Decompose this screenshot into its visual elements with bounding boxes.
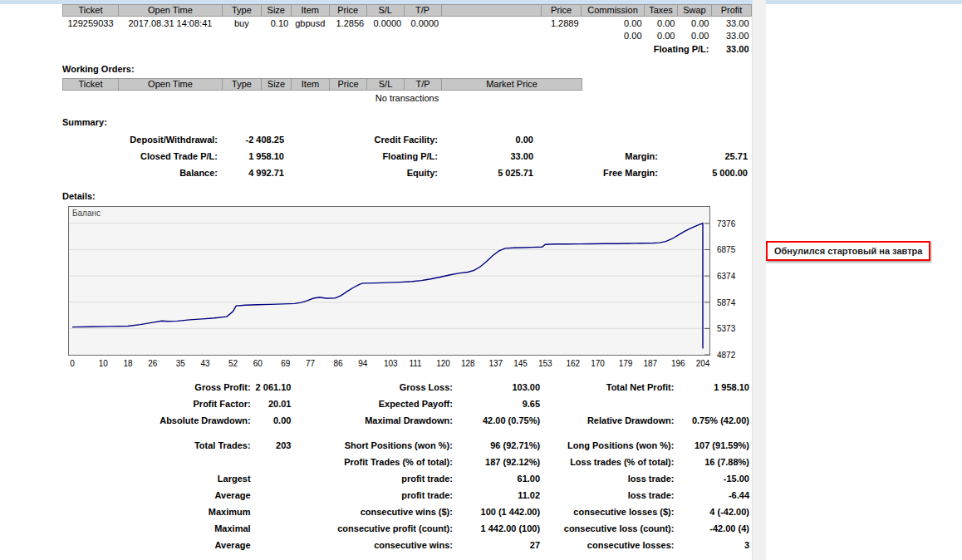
cell-commission: 0.00: [582, 17, 645, 30]
x-axis-label: 179: [619, 359, 633, 368]
summary-value: 25.71: [660, 148, 750, 165]
summary-table: Deposit/Withdrawal: -2 408.25 Credit Fac…: [62, 131, 750, 181]
totals-spacer: [63, 29, 582, 42]
cell-sl: 0.0000: [366, 17, 404, 30]
stat-label: profit trade:: [293, 487, 455, 504]
balance-chart-svg: [69, 207, 709, 355]
stat-label: Total Trades:: [62, 437, 253, 454]
annotation-text: Обнулился стартовый на завтра: [774, 246, 922, 256]
stat-value: 1 958.10: [676, 379, 752, 395]
stat-label: Average: [62, 537, 253, 553]
stat-label: consecutive loss (count):: [542, 520, 676, 537]
summary-label: Free Margin:: [536, 165, 660, 181]
floating-pl-row: Floating P/L: 33.00: [63, 42, 752, 54]
stat-label: Largest: [62, 470, 253, 487]
header-profit: Profit: [711, 5, 751, 17]
stats-row: Average consecutive wins: 27 consecutive…: [62, 537, 752, 553]
stat-value: 4 (-42.00): [676, 504, 752, 520]
header-ticket: Ticket: [63, 5, 119, 17]
x-axis-label: 35: [176, 359, 185, 368]
totals-row: 0.00 0.00 0.00 33.00: [63, 29, 752, 42]
stat-label: Maximal Drawdown:: [293, 412, 455, 429]
stats-row: Profit Trades (% of total): 187 (92.12%)…: [62, 454, 752, 470]
cell-ticket: 129259033: [63, 17, 119, 30]
stats-row: Average profit trade: 11.02 loss trade: …: [62, 487, 752, 504]
wo-header-item: Item: [292, 79, 330, 91]
stat-label: Absolute Drawdown:: [62, 412, 253, 429]
no-transactions-text: No transactions: [62, 91, 752, 104]
stat-label: Gross Profit:: [62, 379, 253, 395]
x-axis-label: 86: [333, 359, 342, 368]
x-axis-label: 162: [566, 359, 580, 368]
stat-value: [253, 520, 294, 537]
stat-value: -6.44: [676, 487, 752, 504]
stat-value: [253, 504, 294, 520]
stat-value: 0.75% (42.00): [676, 412, 752, 429]
vertical-scrollbar[interactable]: [752, 0, 766, 560]
stat-value: [253, 487, 294, 504]
stats-row: Profit Factor: 20.01 Expected Payoff: 9.…: [62, 395, 752, 412]
summary-value: 5 025.71: [440, 165, 536, 181]
stat-label: loss trade:: [542, 470, 676, 487]
x-axis-label: 128: [461, 359, 475, 368]
x-axis-label: 52: [228, 359, 238, 368]
stat-value: 2 061.10: [253, 379, 294, 395]
stat-label: consecutive wins:: [293, 537, 455, 553]
x-axis-label: 120: [436, 359, 450, 368]
stat-value: [676, 395, 752, 412]
x-axis-label: 170: [591, 359, 605, 368]
x-axis-label: 153: [538, 359, 552, 368]
x-axis-label: 94: [358, 359, 367, 368]
summary-label: Closed Trade P/L:: [62, 148, 220, 165]
summary-label: Margin:: [536, 148, 660, 165]
header-close-price: Price: [542, 5, 582, 17]
summary-value: 0.00: [440, 131, 536, 148]
stat-value: -15.00: [676, 470, 752, 487]
x-axis-label: 196: [671, 359, 685, 368]
header-price: Price: [329, 5, 366, 17]
stat-value: 107 (91.59%): [676, 437, 752, 454]
stat-label: [542, 395, 676, 412]
total-profit: 33.00: [711, 29, 751, 42]
total-taxes: 0.00: [645, 29, 678, 42]
stat-label: loss trade:: [542, 487, 676, 504]
stat-value: -42.00 (4): [676, 520, 752, 537]
summary-value: 5 000.00: [660, 165, 750, 181]
stat-value: 16 (7.88%): [676, 454, 752, 470]
summary-row: Balance: 4 992.71 Equity: 5 025.71 Free …: [62, 165, 750, 181]
stats-row: Largest profit trade: 61.00 loss trade: …: [62, 470, 752, 487]
stat-label: [62, 454, 253, 470]
summary-value: 4 992.71: [220, 165, 287, 181]
stat-value: 3: [676, 537, 752, 553]
stat-value: 103.00: [455, 379, 542, 395]
chart-plot-area: Баланс: [68, 206, 710, 356]
stat-label: Profit Trades (% of total):: [293, 454, 455, 470]
x-axis-label: 77: [306, 359, 315, 368]
statistics-table: Gross Profit: 2 061.10 Gross Loss: 103.0…: [62, 379, 752, 553]
cell-size: 0.10: [261, 17, 291, 30]
x-axis-label: 137: [488, 359, 503, 368]
stat-label: Profit Factor:: [62, 395, 253, 412]
stat-value: 100 (1 442.00): [455, 504, 542, 520]
statement-report: Ticket Open Time Type Size Item Price S/…: [0, 4, 752, 553]
header-tp: T/P: [404, 5, 441, 17]
cell-type: buy: [222, 17, 261, 30]
stats-spacer-row: [62, 429, 752, 437]
stats-row: Maximum consecutive wins ($): 100 (1 442…: [62, 504, 752, 520]
y-axis-label: 6374: [717, 272, 735, 281]
stat-value: 11.02: [455, 487, 542, 504]
x-axis-label: 10: [99, 359, 108, 368]
y-axis-label: 4872: [717, 351, 735, 360]
open-trade-row: 129259033 2017.08.31 14:08:41 buy 0.10 g…: [63, 17, 752, 30]
x-axis-label: 60: [253, 359, 263, 368]
chart-title: Баланс: [72, 209, 101, 218]
stat-label: Maximal: [62, 520, 253, 537]
stat-value: [253, 537, 294, 553]
header-blank: [441, 5, 541, 17]
summary-label: Floating P/L:: [287, 148, 440, 165]
stat-value: 27: [455, 537, 542, 553]
stat-value: 9.65: [455, 395, 542, 412]
stats-row: Gross Profit: 2 061.10 Gross Loss: 103.0…: [62, 379, 752, 395]
stat-label: consecutive losses ($):: [542, 504, 676, 520]
stat-value: [253, 454, 294, 470]
